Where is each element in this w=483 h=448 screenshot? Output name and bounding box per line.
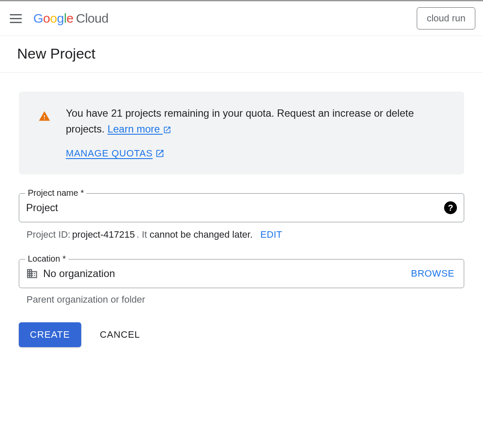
page-title-bar: New Project — [0, 36, 483, 73]
help-icon[interactable]: ? — [444, 201, 457, 214]
quota-content: You have 21 projects remaining in your q… — [66, 105, 452, 159]
project-name-group: Project name * ? Project ID: project-417… — [19, 193, 464, 240]
quota-warning-box: You have 21 projects remaining in your q… — [19, 91, 464, 174]
top-bar: Google Cloud cloud run — [0, 1, 483, 36]
location-helper-text: Parent organization or folder — [19, 294, 464, 305]
external-link-icon — [155, 149, 165, 158]
search-box[interactable]: cloud run — [417, 7, 475, 29]
location-input[interactable] — [43, 268, 411, 280]
edit-project-id-link[interactable]: EDIT — [260, 229, 282, 240]
menu-icon[interactable] — [8, 11, 23, 26]
button-row: CREATE CANCEL — [19, 322, 464, 347]
location-field[interactable]: Location * BROWSE — [19, 259, 464, 288]
page-title: New Project — [17, 45, 466, 62]
project-id-helper: Project ID: project-417215 . It cannot b… — [19, 229, 464, 240]
project-id-warning: . It cannot be changed later. — [136, 229, 253, 240]
cancel-button[interactable]: CANCEL — [100, 329, 140, 340]
content-area: You have 21 projects remaining in your q… — [0, 73, 483, 366]
quota-message: You have 21 projects remaining in your q… — [66, 105, 452, 137]
create-button[interactable]: CREATE — [19, 322, 81, 347]
logo-product-text: Cloud — [76, 11, 109, 26]
project-name-input[interactable] — [26, 202, 444, 214]
organization-icon — [26, 268, 38, 280]
project-name-field[interactable]: Project name * ? — [19, 193, 464, 222]
manage-quotas-link[interactable]: MANAGE QUOTAS — [66, 148, 165, 159]
external-link-icon — [163, 126, 171, 134]
project-name-label: Project name * — [25, 188, 86, 198]
project-id-value: project-417215 — [72, 229, 135, 240]
location-label: Location * — [25, 254, 68, 264]
browse-button[interactable]: BROWSE — [411, 268, 457, 279]
location-group: Location * BROWSE Parent organization or… — [19, 259, 464, 305]
quota-action-row: MANAGE QUOTAS — [66, 148, 452, 159]
learn-more-link[interactable]: Learn more — [107, 123, 171, 135]
warning-icon — [38, 110, 50, 122]
project-id-label: Project ID: — [27, 229, 71, 240]
google-cloud-logo[interactable]: Google Cloud — [33, 11, 109, 26]
